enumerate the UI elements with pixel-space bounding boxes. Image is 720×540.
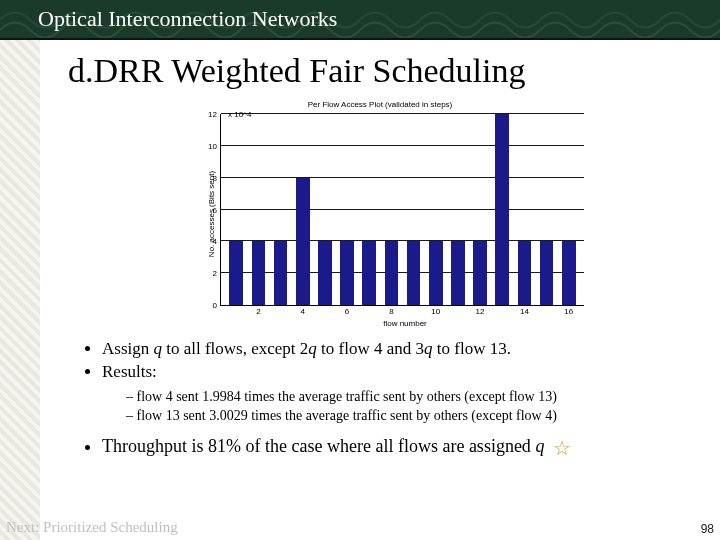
bar <box>340 241 354 305</box>
xtick-label: 4 <box>301 305 305 316</box>
bullet-assign: Assign q to all flows, except 2q to flow… <box>102 338 692 361</box>
bar <box>495 114 509 305</box>
side-texture <box>0 40 40 540</box>
gridline <box>221 177 584 178</box>
page-number: 98 <box>701 522 714 536</box>
bar <box>274 241 288 305</box>
bar <box>296 178 310 305</box>
xtick-label: 10 <box>431 305 440 316</box>
bar <box>362 241 376 305</box>
bar <box>385 241 399 305</box>
bar <box>429 241 443 305</box>
header-title: Optical Interconnection Networks <box>38 6 337 32</box>
slide-content: d.DRR Weighted Fair Scheduling Per Flow … <box>40 40 720 540</box>
bar <box>407 241 421 305</box>
bullet-flow13: flow 13 sent 3.0029 times the average tr… <box>126 407 692 426</box>
ytick-label: 10 <box>208 141 221 150</box>
footer-next: Next: Prioritized Scheduling <box>0 519 720 536</box>
xtick-label: 8 <box>389 305 393 316</box>
bar <box>451 241 465 305</box>
ytick-label: 4 <box>213 237 221 246</box>
bar <box>562 241 576 305</box>
bullet-list-1: Assign q to all flows, except 2q to flow… <box>102 338 692 384</box>
bar <box>229 241 243 305</box>
gridline <box>221 113 584 114</box>
ytick-label: 6 <box>213 205 221 214</box>
xtick-label: 2 <box>256 305 260 316</box>
bullet-results: Results: <box>102 361 692 384</box>
bar <box>518 241 532 305</box>
gridline <box>221 145 584 146</box>
bullet-list-2: flow 4 sent 1.9984 times the average tra… <box>126 388 692 426</box>
bar <box>318 241 332 305</box>
header-bar: Optical Interconnection Networks <box>0 0 720 40</box>
bullet-flow4: flow 4 sent 1.9984 times the average tra… <box>126 388 692 407</box>
star-icon: ☆ <box>553 435 571 462</box>
bar <box>252 241 266 305</box>
xtick-label: 16 <box>564 305 573 316</box>
ytick-label: 2 <box>213 269 221 278</box>
chart-xlabel: flow number <box>220 319 590 328</box>
chart: Per Flow Access Plot (validated in steps… <box>170 100 590 328</box>
ytick-label: 8 <box>213 173 221 182</box>
ytick-label: 0 <box>213 301 221 310</box>
gridline <box>221 209 584 210</box>
bar <box>473 241 487 305</box>
bullet-throughput: Throughput is 81% of the case where all … <box>102 434 692 462</box>
slide-title: d.DRR Weighted Fair Scheduling <box>68 52 692 90</box>
ytick-label: 12 <box>208 110 221 119</box>
xtick-label: 12 <box>476 305 485 316</box>
xtick-label: 14 <box>520 305 529 316</box>
xtick-label: 6 <box>345 305 349 316</box>
chart-plot-area: 024681012246810121416 <box>220 114 584 306</box>
chart-title: Per Flow Access Plot (validated in steps… <box>170 100 590 109</box>
bullet-list-3: Throughput is 81% of the case where all … <box>102 434 692 462</box>
bar <box>540 241 554 305</box>
